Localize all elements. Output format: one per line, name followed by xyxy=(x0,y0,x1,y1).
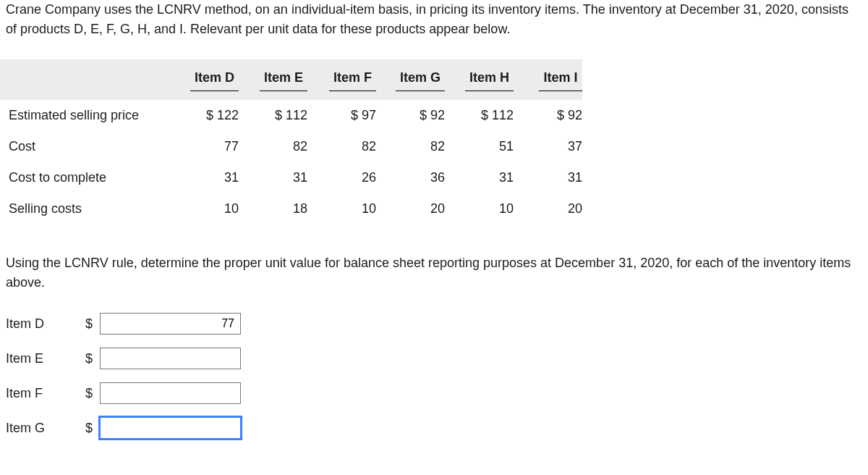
currency-symbol: $ xyxy=(85,314,100,334)
cell: 20 xyxy=(376,193,445,224)
answer-label: Item F xyxy=(6,384,85,403)
problem-intro-text: Crane Company uses the LCNRV method, on … xyxy=(6,0,862,39)
table-row: Selling costs 10 18 10 20 10 20 xyxy=(0,193,582,224)
answer-input-item-e[interactable] xyxy=(100,348,241,369)
table-row: Cost 77 82 82 82 51 37 xyxy=(0,131,582,162)
cell: $ 112 xyxy=(239,100,307,131)
cell: 36 xyxy=(376,162,445,193)
col-header-label: Item H xyxy=(465,68,514,91)
col-header: Item D xyxy=(170,59,239,100)
cell: $ 97 xyxy=(307,100,376,131)
answer-input-item-g[interactable] xyxy=(100,417,241,439)
col-header: Item H xyxy=(445,59,514,100)
cell: $ 92 xyxy=(514,100,582,131)
row-label: Selling costs xyxy=(0,193,170,224)
currency-symbol: $ xyxy=(85,384,100,403)
cell: 20 xyxy=(514,193,582,224)
cell: 82 xyxy=(307,131,376,162)
cell: 18 xyxy=(239,193,307,224)
cell: 10 xyxy=(170,193,239,224)
cell: 10 xyxy=(445,193,514,224)
table-header-blank xyxy=(0,59,170,100)
col-header: Item F xyxy=(307,59,376,100)
table-header-row: Item D Item E Item F Item G Item H Item … xyxy=(0,59,582,100)
currency-symbol: $ xyxy=(85,419,100,438)
answer-input-item-d[interactable] xyxy=(100,313,241,335)
answer-row-item-f: Item F $ xyxy=(6,382,868,404)
col-header-label: Item F xyxy=(329,68,376,91)
row-label: Estimated selling price xyxy=(0,100,170,131)
answer-row-item-d: Item D $ xyxy=(6,313,868,335)
table-row: Estimated selling price $ 122 $ 112 $ 97… xyxy=(0,100,582,131)
answers-block: Item D $ Item E $ Item F $ Item G $ xyxy=(0,313,868,439)
cell: $ 112 xyxy=(445,100,514,131)
cell: $ 92 xyxy=(376,100,445,131)
cell: 31 xyxy=(239,162,307,193)
cell: 31 xyxy=(445,162,514,193)
cell: 51 xyxy=(445,131,514,162)
answer-input-item-f[interactable] xyxy=(100,382,241,404)
col-header: Item E xyxy=(239,59,307,100)
cell: 37 xyxy=(514,131,582,162)
problem-intro: Crane Company uses the LCNRV method, on … xyxy=(0,0,868,39)
col-header: Item G xyxy=(376,59,445,100)
answer-row-item-e: Item E $ xyxy=(6,348,868,369)
answer-row-item-g: Item G $ xyxy=(6,417,868,439)
cell: 31 xyxy=(170,162,239,193)
cell: 82 xyxy=(376,131,445,162)
table-row: Cost to complete 31 31 26 36 31 31 xyxy=(0,162,582,193)
currency-symbol: $ xyxy=(85,349,100,369)
cell: 82 xyxy=(239,131,307,162)
cell: $ 122 xyxy=(170,100,239,131)
col-header-label: Item E xyxy=(260,68,307,91)
row-label: Cost xyxy=(0,131,170,162)
col-header: Item I xyxy=(514,59,582,100)
col-header-label: Item G xyxy=(396,68,445,91)
row-label: Cost to complete xyxy=(0,162,170,193)
data-table: Item D Item E Item F Item G Item H Item … xyxy=(0,59,582,224)
answer-label: Item E xyxy=(6,349,85,369)
cell: 31 xyxy=(514,162,582,193)
cell: 77 xyxy=(170,131,239,162)
col-header-label: Item D xyxy=(190,68,239,91)
answer-label: Item G xyxy=(6,419,85,438)
col-header-label: Item I xyxy=(539,68,582,91)
cell: 10 xyxy=(307,193,376,224)
question-text: Using the LCNRV rule, determine the prop… xyxy=(0,253,868,293)
cell: 26 xyxy=(307,162,376,193)
answer-label: Item D xyxy=(6,314,85,334)
